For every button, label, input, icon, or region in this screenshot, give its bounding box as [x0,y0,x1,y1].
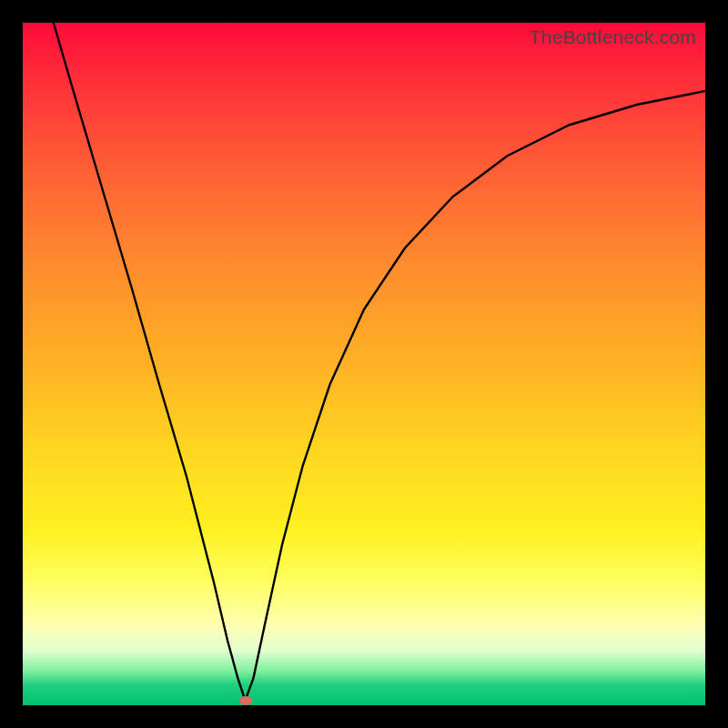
bottleneck-curve [23,23,705,705]
chart-plot-area: TheBottleneck.com [23,23,705,705]
optimal-point-marker [239,696,252,705]
